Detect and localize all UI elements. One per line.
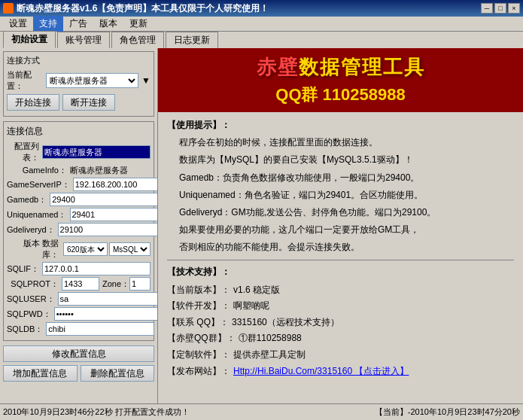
tech-row-3: 【赤壁QQ群】： ①群110258988 xyxy=(167,330,514,347)
version-select[interactable]: 620版本 xyxy=(63,242,108,256)
connect-section: 连接方式 当前配置： 断魂赤壁服务器 ▼ 开始连接 断开连接 xyxy=(3,51,154,117)
tip-0: 程序会在初始的时候，连接配置里面的数据连接。 xyxy=(179,135,514,150)
gdeliveryd-input[interactable] xyxy=(58,223,158,236)
tech-row-1: 【软件开发】： 啊塑啲呢 xyxy=(167,298,514,315)
version-label: 版本 数据库： xyxy=(7,238,59,260)
maximize-button[interactable]: □ xyxy=(494,3,506,14)
gdeliveryd-label: Gdeliveryd： xyxy=(7,224,55,236)
uniquenamed-label: Uniquenamed： xyxy=(7,209,67,221)
current-config-select[interactable]: 断魂赤壁服务器 xyxy=(46,73,138,88)
current-config-row: 当前配置： 断魂赤壁服务器 ▼ xyxy=(7,69,151,92)
menu-update[interactable]: 更新 xyxy=(123,16,154,32)
zone-input[interactable] xyxy=(129,277,151,291)
current-config-label: 当前配置： xyxy=(7,69,43,92)
version-row: 版本 数据库： 620版本 MsSQL库 xyxy=(7,238,151,260)
menu-bar: 设置 支持 广告 版本 更新 xyxy=(0,17,523,32)
sqlpwd-row: SQLPWD： xyxy=(7,307,151,321)
sqlif-label: SQLIF： xyxy=(7,263,39,275)
delete-config-button[interactable]: 删除配置信息 xyxy=(81,365,155,382)
tech-value-5[interactable]: Http://Hi.BaiDu.Com/3315160 【点击进入】 xyxy=(233,364,409,380)
menu-version[interactable]: 版本 xyxy=(93,16,123,32)
gameinfo-row: GameInfo： 断魂赤壁服务器 xyxy=(7,165,151,176)
tech-label-3: 【赤壁QQ群】： xyxy=(167,330,236,347)
add-delete-row: 增加配置信息 删除配置信息 xyxy=(3,365,154,382)
tab-role-management[interactable]: 角色管理 xyxy=(111,32,164,48)
tech-value-3: ①群110258988 xyxy=(239,330,302,347)
gameserverip-row: GameServerIP： xyxy=(7,178,151,191)
tech-label-5: 【发布网站】： xyxy=(167,364,230,380)
sqlif-row: SQLIF： xyxy=(7,262,151,275)
window-controls: ─ □ × xyxy=(481,3,520,14)
config-list-row: 配置列表： xyxy=(7,141,151,163)
bottom-buttons: 修改配置信息 增加配置信息 删除配置信息 xyxy=(3,345,154,382)
close-button[interactable]: × xyxy=(508,3,520,14)
left-panel: 连接方式 当前配置： 断魂赤壁服务器 ▼ 开始连接 断开连接 连接信息 配置列表… xyxy=(0,48,158,403)
title-bar: 断魂赤壁服务器v1.6【免责声明】本工具仅限于个人研究使用！ ─ □ × xyxy=(0,0,523,17)
divider xyxy=(167,260,514,260)
tab-account-management[interactable]: 账号管理 xyxy=(57,32,110,48)
arrow-down-icon: ▼ xyxy=(141,75,151,86)
tip-1: 数据库为【MySQL】的要自己安装【MySQL3.5.1驱动】！ xyxy=(179,153,514,167)
add-config-button[interactable]: 增加配置信息 xyxy=(3,365,78,382)
tip-6: 否则相应的功能不能使用。会提示连接失败。 xyxy=(179,240,514,254)
sqlpwd-input[interactable] xyxy=(54,307,158,321)
tab-log-update[interactable]: 日志更新 xyxy=(166,32,218,48)
tech-value-0: v1.6 稳定版 xyxy=(233,282,280,299)
sqldb-input[interactable] xyxy=(46,322,154,336)
config-list-input[interactable] xyxy=(42,145,151,159)
menu-support[interactable]: 支持 xyxy=(33,16,63,32)
menu-ad[interactable]: 广告 xyxy=(63,16,93,32)
tech-label-1: 【软件开发】： xyxy=(167,298,230,315)
sqldb-label: SQLDB： xyxy=(7,324,43,335)
menu-settings[interactable]: 设置 xyxy=(3,16,33,32)
tech-value-4: 提供赤壁工具定制 xyxy=(233,347,306,364)
sqlif-input[interactable] xyxy=(42,262,151,275)
gameserverip-input[interactable] xyxy=(73,178,158,191)
tip-2: Gamedb：负责角色数据修改功能使用，一般端口为29400。 xyxy=(179,171,514,185)
sqluser-label: SQLUSER： xyxy=(7,294,55,305)
info-section: 连接信息 配置列表： GameInfo： 断魂赤壁服务器 GameServerI… xyxy=(3,121,154,341)
tech-label-2: 【联系 QQ】： xyxy=(167,315,229,331)
start-connect-button[interactable]: 开始连接 xyxy=(7,94,59,111)
sqlprot-label: SQLPROT： xyxy=(7,278,59,290)
tech-value-2: 3315160（远程技术支持） xyxy=(232,315,339,331)
connect-buttons-row: 开始连接 断开连接 xyxy=(7,94,151,111)
tab-bar: 初始设置 账号管理 角色管理 日志更新 xyxy=(0,32,523,48)
tip-4: Gdeliveryd：GM功能,发送公告、封停角色功能。端口为29100。 xyxy=(179,205,514,220)
tips-title: 【使用提示】： xyxy=(167,118,514,132)
main-content: 连接方式 当前配置： 断魂赤壁服务器 ▼ 开始连接 断开连接 连接信息 配置列表… xyxy=(0,48,523,403)
sqluser-input[interactable] xyxy=(58,292,158,306)
modify-config-button[interactable]: 修改配置信息 xyxy=(3,345,154,362)
tip-3: Uniquenamed：角色名验证，端口为29401。合区功能使用。 xyxy=(179,188,514,202)
db-select[interactable]: MsSQL库 xyxy=(109,242,151,256)
sqlpwd-label: SQLPWD： xyxy=(7,309,51,320)
uniquenamed-input[interactable] xyxy=(70,208,159,221)
minimize-button[interactable]: ─ xyxy=(481,3,493,14)
info-section-title: 连接信息 xyxy=(7,125,151,138)
tech-row-0: 【当前版本】： v1.6 稳定版 xyxy=(167,282,514,299)
gamedb-label: Gamedb： xyxy=(7,194,47,205)
qq-text: QQ群 110258988 xyxy=(167,84,514,106)
right-title: 赤壁数据管理工具 xyxy=(167,54,514,81)
tech-support-section: 【当前版本】： v1.6 稳定版 【软件开发】： 啊塑啲呢 【联系 QQ】： 3… xyxy=(167,282,514,380)
status-right-text: 【当前】-2010年10月9日23时47分20秒 xyxy=(375,406,520,418)
disconnect-button[interactable]: 断开连接 xyxy=(62,94,115,111)
title-black-part: 数据管理工具 xyxy=(299,56,425,78)
zone-label: Zone： xyxy=(102,278,129,290)
sqlprot-input[interactable] xyxy=(62,277,99,291)
tab-initial-settings[interactable]: 初始设置 xyxy=(3,31,56,48)
right-body: 【使用提示】： 程序会在初始的时候，连接配置里面的数据连接。 数据库为【MySQ… xyxy=(158,112,523,403)
tech-row-5: 【发布网站】： Http://Hi.BaiDu.Com/3315160 【点击进… xyxy=(167,364,514,380)
gdeliveryd-row: Gdeliveryd： xyxy=(7,223,151,236)
uniquenamed-row: Uniquenamed： xyxy=(7,208,151,221)
sqldb-row: SQLDB： xyxy=(7,322,151,336)
sqlprot-row: SQLPROT： Zone： xyxy=(7,277,151,291)
status-bar: 2010年10月9日23时46分22秒 打开配置文件成功！ 【当前】-2010年… xyxy=(0,403,523,420)
title-red-part: 赤壁 xyxy=(257,56,299,78)
tech-label-0: 【当前版本】： xyxy=(167,282,230,299)
gamedb-input[interactable] xyxy=(50,193,158,206)
connect-section-title: 连接方式 xyxy=(7,55,151,66)
tech-support-title: 【技术支持】： xyxy=(167,265,514,279)
config-list-label: 配置列表： xyxy=(7,141,39,163)
status-left-text: 2010年10月9日23时46分22秒 打开配置文件成功！ xyxy=(3,406,190,418)
